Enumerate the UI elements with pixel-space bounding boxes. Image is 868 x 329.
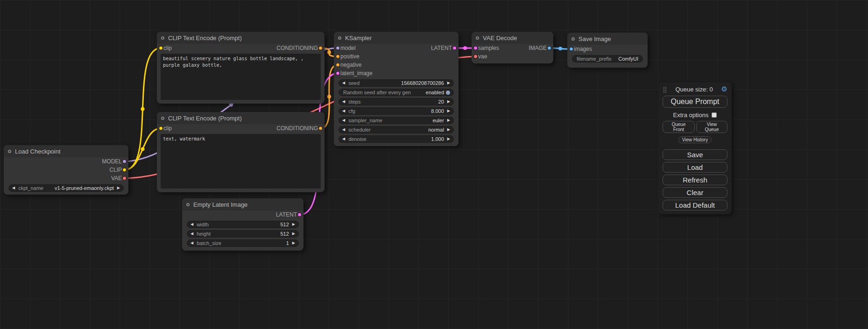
- increment-arrow-icon[interactable]: [447, 81, 450, 85]
- widget-random-seed-toggle[interactable]: Random seed after every gen enabled: [339, 89, 454, 96]
- collapse-dot-icon[interactable]: [8, 150, 11, 153]
- output-label-image: IMAGE: [529, 45, 547, 51]
- widget-seed[interactable]: seed 156680208700286: [339, 79, 454, 87]
- refresh-button[interactable]: Refresh: [663, 175, 727, 185]
- decrement-arrow-icon[interactable]: [342, 119, 345, 122]
- node-clip-text-encode-positive[interactable]: CLIP Text Encode (Prompt) clip CONDITION…: [157, 32, 325, 104]
- port-vae-input[interactable]: [473, 55, 478, 59]
- save-button[interactable]: Save: [663, 149, 727, 160]
- widget-steps[interactable]: steps 20: [339, 98, 454, 105]
- link-midpoint-dot: [327, 50, 331, 54]
- link-midpoint-dot: [141, 107, 145, 111]
- node-load-checkpoint[interactable]: Load Checkpoint MODEL CLIP VAE ckpt_name…: [4, 145, 128, 195]
- increment-arrow-icon[interactable]: [447, 100, 450, 104]
- decrement-arrow-icon[interactable]: [12, 186, 15, 190]
- queue-front-button[interactable]: Queue Front: [663, 121, 695, 133]
- port-latent-output[interactable]: [452, 46, 457, 50]
- port-positive-input[interactable]: [336, 55, 340, 59]
- port-latent-output[interactable]: [297, 213, 302, 217]
- widget-value: 156680208700286: [401, 80, 444, 86]
- widget-denoise[interactable]: denoise 1.000: [339, 135, 454, 143]
- node-title-bar[interactable]: Save Image: [567, 33, 648, 45]
- decrement-arrow-icon[interactable]: [191, 232, 193, 236]
- widget-ckpt-name[interactable]: ckpt_name v1-5-pruned-emaonly.ckpt: [8, 184, 124, 192]
- decrement-arrow-icon[interactable]: [342, 137, 345, 141]
- node-save-image[interactable]: Save Image images filename_prefix ComfyU…: [567, 33, 648, 68]
- port-conditioning-output[interactable]: [318, 46, 323, 50]
- node-title-bar[interactable]: VAE Decode: [472, 32, 553, 44]
- view-queue-button[interactable]: View Queue: [696, 121, 727, 133]
- widget-cfg[interactable]: cfg 8.000: [339, 107, 454, 115]
- port-conditioning-output[interactable]: [318, 126, 323, 131]
- clear-button[interactable]: Clear: [663, 187, 727, 198]
- gear-icon[interactable]: ⚙: [721, 85, 727, 93]
- widget-scheduler[interactable]: scheduler normal: [339, 126, 454, 133]
- decrement-arrow-icon[interactable]: [342, 109, 345, 113]
- slot-row: clip CONDITIONING: [157, 124, 325, 133]
- output-label-latent: LATENT: [276, 211, 297, 218]
- widget-value: 20: [438, 99, 444, 105]
- collapse-dot-icon[interactable]: [161, 36, 164, 40]
- increment-arrow-icon[interactable]: [447, 119, 450, 122]
- decrement-arrow-icon[interactable]: [342, 128, 345, 132]
- node-title-bar[interactable]: Empty Latent Image: [182, 198, 303, 210]
- node-title-bar[interactable]: CLIP Text Encode (Prompt): [157, 112, 325, 124]
- decrement-arrow-icon[interactable]: [342, 100, 345, 104]
- increment-arrow-icon[interactable]: [447, 109, 450, 113]
- collapse-dot-icon[interactable]: [186, 203, 190, 206]
- input-label-images: images: [574, 46, 592, 52]
- node-title-bar[interactable]: Load Checkpoint: [4, 145, 128, 157]
- port-latent-input[interactable]: [336, 71, 340, 76]
- widget-width[interactable]: width 512: [187, 221, 299, 228]
- node-graph-canvas[interactable]: Load Checkpoint MODEL CLIP VAE ckpt_name…: [0, 0, 868, 329]
- port-clip-input[interactable]: [159, 46, 163, 50]
- widget-value: 1: [286, 240, 289, 246]
- port-clip-input[interactable]: [159, 126, 163, 131]
- link-midpoint-dot: [463, 46, 467, 50]
- collapse-dot-icon[interactable]: [338, 36, 341, 40]
- node-title-bar[interactable]: KSampler: [334, 32, 459, 44]
- widget-filename-prefix[interactable]: filename_prefix ComfyUI: [572, 55, 643, 63]
- increment-arrow-icon[interactable]: [447, 137, 450, 141]
- widget-sampler-name[interactable]: sampler_name euler: [339, 117, 454, 124]
- decrement-arrow-icon[interactable]: [342, 81, 345, 85]
- collapse-dot-icon[interactable]: [161, 117, 164, 120]
- widget-value: v1-5-pruned-emaonly.ckpt: [55, 185, 114, 191]
- node-vae-decode[interactable]: VAE Decode samples IMAGE vae: [472, 32, 553, 63]
- node-clip-text-encode-negative[interactable]: CLIP Text Encode (Prompt) clip CONDITION…: [157, 112, 325, 192]
- prompt-textarea[interactable]: text, watermark: [161, 134, 321, 189]
- node-title: CLIP Text Encode (Prompt): [168, 35, 242, 42]
- load-button[interactable]: Load: [663, 162, 727, 173]
- prompt-textarea[interactable]: beautiful scenery nature glass bottle la…: [161, 54, 321, 100]
- drag-handle-icon[interactable]: ⣿: [663, 86, 667, 93]
- input-label-samples: samples: [478, 45, 499, 51]
- widget-batch-size[interactable]: batch_size 1: [187, 239, 299, 247]
- increment-arrow-icon[interactable]: [292, 223, 295, 226]
- decrement-arrow-icon[interactable]: [191, 241, 193, 245]
- history-row: View History: [663, 135, 727, 143]
- node-ksampler[interactable]: KSampler model LATENT positive negative …: [334, 32, 459, 146]
- port-samples-input[interactable]: [473, 46, 478, 50]
- queue-prompt-button[interactable]: Queue Prompt: [663, 96, 727, 108]
- port-clip-output[interactable]: [122, 168, 127, 172]
- port-model-input[interactable]: [336, 46, 340, 50]
- widget-height[interactable]: height 512: [187, 230, 299, 238]
- port-image-output[interactable]: [547, 46, 551, 50]
- port-negative-input[interactable]: [336, 63, 340, 67]
- widget-label: seed: [348, 80, 360, 86]
- increment-arrow-icon[interactable]: [292, 232, 295, 236]
- load-default-button[interactable]: Load Default: [663, 200, 727, 210]
- decrement-arrow-icon[interactable]: [191, 223, 193, 226]
- port-vae-output[interactable]: [122, 176, 127, 181]
- extra-options-checkbox[interactable]: [712, 112, 717, 118]
- increment-arrow-icon[interactable]: [292, 241, 295, 245]
- increment-arrow-icon[interactable]: [117, 186, 120, 190]
- increment-arrow-icon[interactable]: [447, 128, 450, 132]
- node-title-bar[interactable]: CLIP Text Encode (Prompt): [157, 32, 325, 44]
- port-images-input[interactable]: [569, 47, 573, 51]
- collapse-dot-icon[interactable]: [476, 36, 479, 40]
- view-history-button[interactable]: View History: [678, 136, 712, 143]
- collapse-dot-icon[interactable]: [572, 37, 575, 41]
- node-empty-latent-image[interactable]: Empty Latent Image LATENT width 512 heig…: [182, 198, 303, 251]
- port-model-output[interactable]: [122, 160, 127, 164]
